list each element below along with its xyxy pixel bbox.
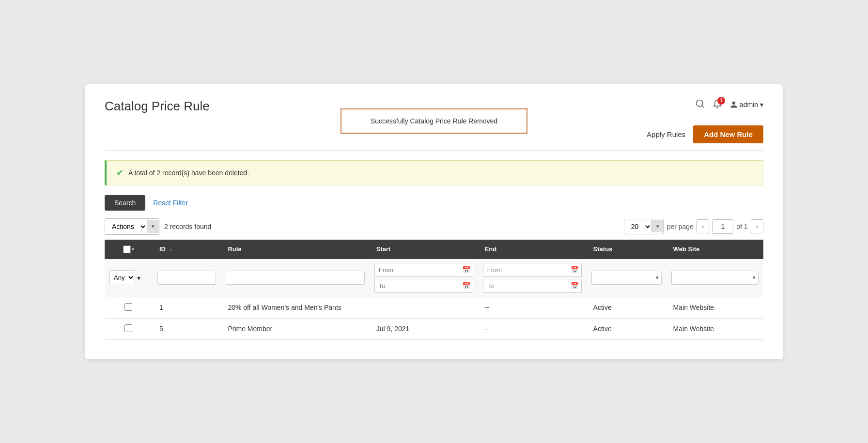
header-rule: Rule [221,240,369,259]
notification-box: Successfully Catalog Price Rule Removed [341,108,527,134]
pagination-wrapper: 20 ▾ per page ‹ of 1 › [624,219,763,234]
add-new-rule-button[interactable]: Add New Rule [693,125,763,143]
filter-end-from-input[interactable] [483,263,582,277]
notification-badge: 1 [717,97,725,105]
filter-website-select[interactable]: Main Website [671,271,759,285]
svg-line-1 [702,105,704,107]
admin-label-text: admin [740,101,758,108]
row1-checkbox[interactable] [124,303,132,311]
row2-end: -- [478,318,587,339]
header-checkbox-cell: ▾ [105,240,153,259]
row1-rule: 20% off all Women's and Men's Pants [221,297,369,318]
row2-rule: Prime Member [221,318,369,339]
admin-menu[interactable]: admin ▾ [730,101,763,108]
row1-start [370,297,478,318]
row1-website: Main Website [666,297,763,318]
filter-end-to-input[interactable] [483,279,582,293]
row2-id: 5 [153,318,221,339]
start-from-calendar-icon[interactable]: 📅 [462,266,470,274]
select-all-checkbox[interactable] [123,245,131,253]
filter-start-from-input[interactable] [374,263,473,277]
next-page-button[interactable]: › [751,219,763,233]
header-id-label: ID [159,245,166,253]
filter-end-cell: 📅 📅 [478,259,587,297]
table-filter-row: Any ▾ 📅 [105,259,763,297]
filter-any-caret-icon: ▾ [137,274,140,282]
per-page-select-wrapper: 20 ▾ [624,219,664,234]
header-right: 1 admin ▾ [695,99,763,111]
header-id[interactable]: ID ↓ [153,240,221,259]
search-button[interactable]: Search [105,195,145,211]
row1-status: Active [587,297,666,318]
filter-bar: Search Reset Filter [105,195,763,211]
row2-checkbox-cell [105,318,153,339]
admin-caret-icon: ▾ [760,101,763,108]
page-of-label: of 1 [736,223,747,230]
table-row: 1 20% off all Women's and Men's Pants --… [105,297,763,318]
notification-message: Successfully Catalog Price Rule Removed [371,117,497,125]
row2-status: Active [587,318,666,339]
actions-dropdown-wrapper: Actions ▾ [105,218,159,235]
start-to-calendar-icon[interactable]: 📅 [462,282,470,290]
filter-any-select[interactable]: Any [109,270,135,285]
filter-id-input[interactable] [157,271,216,285]
filter-id-cell [153,259,221,297]
row1-end: -- [478,297,587,318]
header-website: Web Site [666,240,763,259]
per-page-select[interactable]: 20 [624,219,651,234]
page-title: Catalog Price Rule [105,99,210,114]
filter-checkbox-cell: Any ▾ [105,259,153,297]
select-all-caret-icon[interactable]: ▾ [132,247,134,252]
data-table: ▾ ID ↓ Rule Start End Status Web Site [105,240,763,340]
filter-rule-input[interactable] [226,271,364,285]
end-to-calendar-icon[interactable]: 📅 [571,282,579,290]
table-header-row: ▾ ID ↓ Rule Start End Status Web Site [105,240,763,259]
apply-rules-button[interactable]: Apply Rules [647,130,685,138]
row2-checkbox[interactable] [124,324,132,332]
per-page-caret-icon[interactable]: ▾ [651,220,664,232]
filter-rule-cell [221,259,369,297]
header-end: End [478,240,587,259]
header-status: Status [587,240,666,259]
check-icon: ✔ [116,168,124,178]
filter-status-select[interactable]: Active Inactive [591,271,662,285]
filter-status-cell: Active Inactive ▾ [587,259,666,297]
sort-icon: ↓ [170,246,172,253]
prev-page-button[interactable]: ‹ [697,219,709,233]
filter-start-to-input[interactable] [374,279,473,293]
filter-start-cell: 📅 📅 [370,259,478,297]
filter-website-cell: Main Website ▾ [666,259,763,297]
notification-bell[interactable]: 1 [713,99,722,110]
success-message: A total of 2 record(s) have been deleted… [128,169,249,177]
row1-id: 1 [153,297,221,318]
header-start: Start [370,240,478,259]
main-card: Catalog Price Rule Successfully Catalog … [85,84,783,359]
records-count: 2 records found [164,223,619,230]
search-icon[interactable] [695,99,705,111]
row2-start: Jul 9, 2021 [370,318,478,339]
page-number-input[interactable] [712,219,733,234]
actions-caret-icon[interactable]: ▾ [147,220,159,233]
actions-select[interactable]: Actions [105,219,147,234]
table-row: 5 Prime Member Jul 9, 2021 -- Active Mai… [105,318,763,339]
row1-checkbox-cell [105,297,153,318]
end-from-calendar-icon[interactable]: 📅 [571,266,579,274]
row2-website: Main Website [666,318,763,339]
per-page-label: per page [667,223,694,230]
success-banner: ✔ A total of 2 record(s) have been delet… [105,160,763,185]
reset-filter-link[interactable]: Reset Filter [153,199,188,207]
page-header: Catalog Price Rule Successfully Catalog … [105,99,763,119]
records-bar: Actions ▾ 2 records found 20 ▾ per page … [105,218,763,235]
